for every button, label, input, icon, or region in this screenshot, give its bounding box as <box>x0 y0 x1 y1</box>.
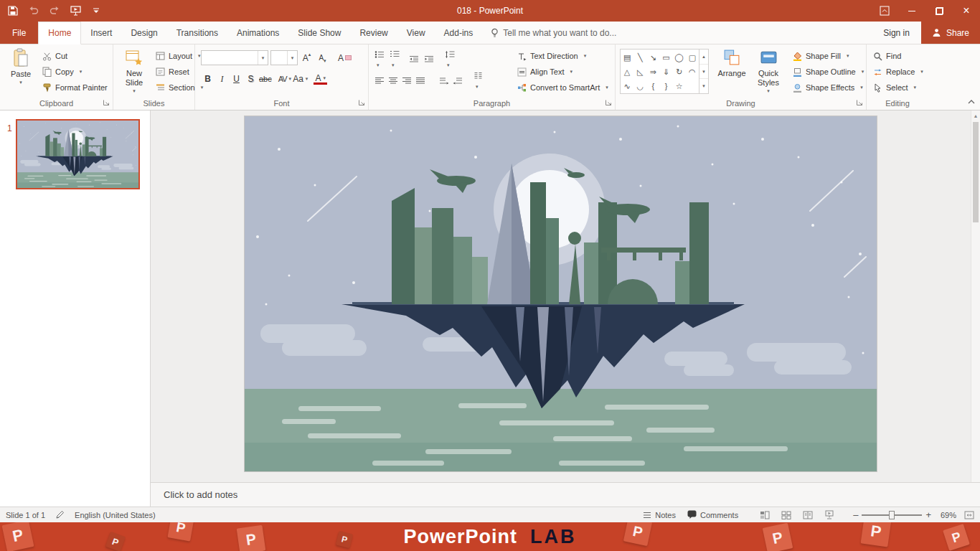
justify-button[interactable] <box>415 77 425 85</box>
numbering-button[interactable] <box>390 50 400 69</box>
notes-placeholder[interactable]: Click to add notes <box>164 489 237 500</box>
proofing-icon[interactable] <box>55 510 65 519</box>
language-indicator[interactable]: English (United States) <box>75 511 156 519</box>
drawing-dialog-launcher[interactable] <box>856 99 864 107</box>
comments-toggle[interactable]: Comments <box>687 510 738 519</box>
shape-rounded-rectangle-icon[interactable]: ▢ <box>689 53 696 62</box>
zoom-slider-thumb[interactable] <box>889 511 895 519</box>
font-name-combobox[interactable] <box>201 50 268 65</box>
text-direction-button[interactable]: Text Direction <box>515 48 611 64</box>
undo-icon[interactable] <box>28 5 39 17</box>
start-slideshow-icon[interactable] <box>70 5 81 17</box>
ribbon-display-options-icon[interactable] <box>871 0 898 22</box>
close-button[interactable]: × <box>953 0 980 22</box>
font-size-dropdown-icon[interactable] <box>287 51 297 65</box>
tab-insert[interactable]: Insert <box>81 22 121 44</box>
shapes-gallery-scrollbar[interactable]: ▲ ▼ ▼ <box>699 50 708 93</box>
fit-to-window-icon[interactable] <box>964 511 974 519</box>
sign-in-link[interactable]: Sign in <box>872 22 921 44</box>
shape-outline-button[interactable]: Shape Outline <box>791 64 866 80</box>
restore-button[interactable] <box>925 0 953 22</box>
slide-thumbnail[interactable] <box>16 119 140 189</box>
strikethrough-button[interactable]: abc <box>258 72 273 86</box>
normal-view-icon[interactable] <box>760 511 770 519</box>
font-color-button[interactable]: A <box>314 74 327 85</box>
line-spacing-button[interactable] <box>445 50 455 69</box>
font-size-combobox[interactable] <box>270 50 298 65</box>
shapes-scroll-up-icon[interactable]: ▲ <box>699 50 708 65</box>
minimize-button[interactable] <box>898 0 925 22</box>
font-dialog-launcher[interactable] <box>358 99 366 107</box>
shape-left-brace-icon[interactable]: { <box>652 82 655 90</box>
tab-view[interactable]: View <box>397 22 435 44</box>
shape-right-triangle-icon[interactable]: ◺ <box>637 67 643 77</box>
right-to-left-button[interactable] <box>453 77 463 85</box>
scrollbar-thumb[interactable] <box>973 122 979 222</box>
font-name-dropdown-icon[interactable] <box>258 51 268 65</box>
replace-button[interactable]: Replace <box>871 64 925 80</box>
decrease-indent-button[interactable] <box>409 55 419 64</box>
shape-right-brace-icon[interactable]: } <box>665 82 668 90</box>
format-painter-button[interactable]: Format Painter <box>40 80 110 95</box>
share-button[interactable]: Share <box>921 22 980 44</box>
shape-arrow-down-icon[interactable]: ⇓ <box>663 67 669 77</box>
tab-slide-show[interactable]: Slide Show <box>288 22 350 44</box>
shape-circular-arrow-icon[interactable]: ↻ <box>676 67 682 77</box>
shape-arrow-line-icon[interactable]: ↘ <box>650 53 656 62</box>
paste-button[interactable]: Paste <box>6 48 36 86</box>
bullets-button[interactable] <box>374 50 385 69</box>
convert-to-smartart-button[interactable]: Convert to SmartArt <box>515 80 611 95</box>
redo-icon[interactable] <box>49 5 60 17</box>
tab-design[interactable]: Design <box>121 22 166 44</box>
reading-view-icon[interactable] <box>803 511 813 519</box>
select-button[interactable]: Select <box>871 80 925 95</box>
grow-font-button[interactable]: A <box>300 51 314 65</box>
slide-illustration[interactable] <box>245 116 877 471</box>
shape-scribble-icon[interactable]: ∿ <box>623 82 630 91</box>
italic-button[interactable]: I <box>215 72 229 86</box>
notes-toggle[interactable]: Notes <box>643 511 676 519</box>
change-case-button[interactable]: Aa <box>292 72 308 86</box>
tell-me-box[interactable]: Tell me what you want to do... <box>482 22 625 44</box>
zoom-level[interactable]: 69% <box>935 511 956 519</box>
text-shadow-button[interactable]: S <box>244 72 258 86</box>
scroll-up-icon[interactable]: ▲ <box>971 110 980 121</box>
left-to-right-button[interactable] <box>439 77 449 85</box>
align-left-button[interactable] <box>374 77 385 85</box>
new-slide-button[interactable]: New Slide <box>118 48 151 95</box>
tab-home[interactable]: Home <box>38 22 81 44</box>
cut-button[interactable]: Cut <box>40 48 110 64</box>
underline-button[interactable]: U <box>230 72 243 86</box>
tab-review[interactable]: Review <box>350 22 397 44</box>
shapes-scroll-down-icon[interactable]: ▼ <box>699 65 708 80</box>
shapes-more-icon[interactable]: ▼ <box>699 79 708 93</box>
shape-curve-icon[interactable]: ◠ <box>689 67 696 77</box>
zoom-out-button[interactable] <box>853 509 858 520</box>
shape-oval-icon[interactable]: ◯ <box>675 53 684 62</box>
shape-star-icon[interactable]: ☆ <box>676 82 683 91</box>
align-right-button[interactable] <box>402 77 412 85</box>
tab-add-ins[interactable]: Add-ins <box>435 22 483 44</box>
shape-line-icon[interactable]: ╲ <box>638 53 643 62</box>
collapse-ribbon-icon[interactable] <box>966 98 976 106</box>
slide-sorter-view-icon[interactable] <box>781 511 791 519</box>
shape-rectangle-icon[interactable]: ▭ <box>662 53 669 62</box>
shape-fill-button[interactable]: Shape Fill <box>791 48 866 64</box>
paragraph-dialog-launcher[interactable] <box>605 99 613 107</box>
shape-text-box-icon[interactable]: ▤ <box>623 53 631 62</box>
align-text-button[interactable]: Align Text <box>515 64 611 80</box>
copy-button[interactable]: Copy <box>40 64 110 80</box>
zoom-in-button[interactable] <box>925 509 931 520</box>
tab-transitions[interactable]: Transitions <box>167 22 227 44</box>
increase-indent-button[interactable] <box>424 55 434 64</box>
shape-effects-button[interactable]: Shape Effects <box>791 80 866 95</box>
save-icon[interactable] <box>7 5 19 17</box>
tab-file[interactable]: File <box>0 22 38 44</box>
vertical-scrollbar[interactable]: ▲ <box>971 110 980 482</box>
align-center-button[interactable] <box>388 77 398 85</box>
arrange-button[interactable]: Arrange <box>715 49 749 78</box>
quick-styles-button[interactable]: Quick Styles <box>752 49 785 95</box>
tab-animations[interactable]: Animations <box>227 22 288 44</box>
zoom-slider[interactable] <box>862 514 922 516</box>
shape-arc-icon[interactable]: ◡ <box>636 82 644 91</box>
